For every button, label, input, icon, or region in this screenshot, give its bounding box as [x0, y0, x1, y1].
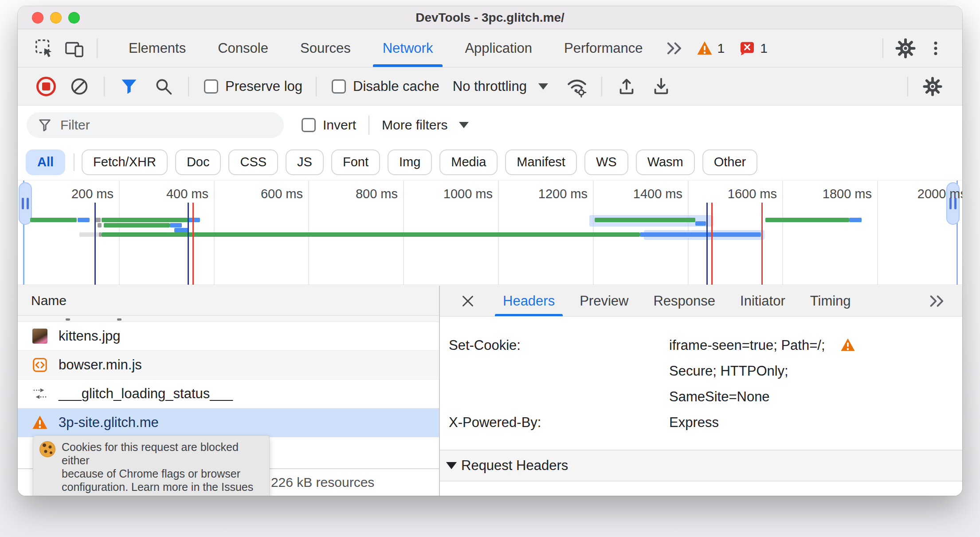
header-value-line: Express — [669, 410, 962, 435]
chip-js[interactable]: JS — [286, 149, 324, 175]
timeline-tick-label: 400 ms — [113, 187, 208, 201]
tab-performance[interactable]: Performance — [548, 29, 659, 67]
header-value-text: Secure; HTTPOnly; — [669, 358, 788, 384]
filter-funnel-icon[interactable] — [118, 75, 140, 98]
name-column-header[interactable]: Name — [18, 286, 439, 316]
tooltip-text-line: because of Chrome flags or browser — [62, 467, 261, 480]
disable-cache-checkbox[interactable] — [332, 79, 346, 94]
tab-network[interactable]: Network — [367, 29, 449, 67]
load-event-line — [761, 203, 763, 285]
network-toolbar: Preserve log Disable cache No throttling — [18, 67, 962, 106]
header-value: iframe-seen=true; Path=/;Secure; HTTPOnl… — [669, 333, 962, 410]
request-row-3p-site-glitch-me[interactable]: 3p-site.glitch.me — [18, 408, 439, 437]
chip-img[interactable]: Img — [388, 149, 432, 175]
filter-input[interactable] — [60, 118, 247, 133]
invert-checkbox[interactable] — [302, 118, 316, 132]
waterfall-segment — [102, 232, 640, 237]
close-window-button[interactable] — [32, 12, 43, 24]
chip-media[interactable]: Media — [439, 149, 498, 175]
waterfall-segment — [170, 223, 182, 227]
request-details-panel: HeadersPreviewResponseInitiatorTiming Se… — [439, 286, 962, 496]
divider — [368, 115, 369, 135]
chip-ws[interactable]: WS — [584, 149, 628, 175]
timeline-tick-label: 2000 ms — [871, 187, 962, 201]
divider — [601, 77, 602, 96]
more-detail-tabs-icon[interactable] — [924, 292, 949, 310]
detail-tab-initiator[interactable]: Initiator — [728, 286, 798, 316]
detail-tab-response[interactable]: Response — [641, 286, 728, 316]
import-har-icon[interactable] — [615, 75, 638, 98]
waterfall-segment — [98, 223, 102, 227]
status-item-226-kb-resources: 226 kB resources — [271, 475, 374, 490]
response-header-x-powered-by: X-Powered-By:Express — [440, 410, 962, 435]
waterfall-segment — [78, 218, 90, 222]
filter-pill[interactable] — [27, 112, 284, 138]
tab-application[interactable]: Application — [449, 29, 548, 67]
more-tabs-icon[interactable] — [663, 38, 685, 59]
request-row-kittens-jpg[interactable]: kittens.jpg — [18, 322, 439, 351]
waterfall-segment — [849, 218, 862, 222]
device-toolbar-icon[interactable] — [64, 38, 85, 59]
disable-cache-label: Disable cache — [353, 78, 439, 94]
request-row-bowser-min-js[interactable]: bowser.min.js — [18, 351, 439, 380]
detail-tab-timing[interactable]: Timing — [798, 286, 863, 316]
network-overview[interactable]: 200 ms400 ms600 ms800 ms1000 ms1200 ms14… — [18, 180, 962, 285]
request-headers-section[interactable]: Request Headers — [440, 450, 962, 482]
record-network-log-button[interactable] — [36, 77, 56, 96]
chip-doc[interactable]: Doc — [175, 149, 221, 175]
chip-font[interactable]: Font — [331, 149, 380, 175]
preserve-log-checkbox[interactable] — [204, 79, 218, 94]
timeline-tick-label: 1800 ms — [776, 187, 872, 201]
header-value-text: Express — [669, 410, 719, 435]
network-conditions-icon[interactable] — [566, 75, 588, 98]
tab-sources[interactable]: Sources — [284, 29, 367, 67]
chip-css[interactable]: CSS — [228, 149, 278, 175]
cookie-blocked-tooltip: Cookies for this request are blocked eit… — [33, 435, 270, 496]
cookie-icon — [39, 441, 55, 457]
divider — [882, 39, 883, 58]
filter-row: Invert More filters — [18, 106, 962, 144]
more-filters-dropdown[interactable]: More filters — [382, 118, 469, 133]
errors-badge[interactable]: 1 — [739, 40, 768, 56]
tab-console[interactable]: Console — [202, 29, 284, 67]
chip-other[interactable]: Other — [702, 149, 758, 175]
titlebar: DevTools - 3pc.glitch.me/ — [18, 6, 962, 29]
kebab-menu-icon[interactable] — [925, 38, 946, 59]
request-row-glitch-loading-status[interactable]: ___glitch_loading_status___ — [18, 380, 439, 408]
chip-fetch-xhr[interactable]: Fetch/XHR — [82, 149, 168, 175]
request-name: bowser.min.js — [59, 357, 142, 373]
divider — [74, 153, 74, 171]
detail-tab-preview[interactable]: Preview — [567, 286, 641, 316]
detail-tab-headers[interactable]: Headers — [490, 286, 567, 316]
export-har-icon[interactable] — [650, 75, 672, 98]
chip-all[interactable]: All — [26, 149, 65, 175]
close-details-icon[interactable] — [458, 291, 478, 311]
network-settings-gear-icon[interactable] — [921, 75, 944, 98]
chip-manifest[interactable]: Manifest — [505, 149, 577, 175]
warning-count: 1 — [717, 41, 725, 56]
search-icon[interactable] — [153, 75, 175, 98]
load-event-line — [711, 203, 713, 285]
throttling-dropdown[interactable]: No throttling — [453, 78, 548, 94]
inspect-element-icon[interactable] — [34, 38, 55, 59]
zoom-window-button[interactable] — [68, 12, 80, 24]
header-value: Express — [669, 410, 962, 435]
request-header-authority: :authority:3p-site.glitch.me — [440, 490, 962, 496]
details-tabbar: HeadersPreviewResponseInitiatorTiming — [440, 286, 962, 317]
timeline-tick-label: 200 ms — [18, 187, 114, 201]
chip-wasm[interactable]: Wasm — [636, 149, 695, 175]
timeline-tick-label: 1400 ms — [587, 187, 682, 201]
minimize-window-button[interactable] — [50, 12, 62, 24]
warnings-badge[interactable]: 1 — [696, 40, 725, 56]
partial-request-row[interactable] — [18, 316, 439, 322]
more-filters-label: More filters — [382, 118, 447, 133]
tooltip-text-line: Cookies for this request are blocked eit… — [62, 440, 261, 467]
settings-gear-icon[interactable] — [895, 38, 916, 59]
request-name: 3p-site.glitch.me — [59, 415, 159, 431]
clear-network-log-icon[interactable] — [68, 75, 90, 98]
load-event-line — [192, 203, 194, 285]
response-header-set-cookie: Set-Cookie:iframe-seen=true; Path=/;Secu… — [440, 333, 962, 410]
tab-elements[interactable]: Elements — [113, 29, 202, 67]
cookie-warning-icon[interactable] — [839, 337, 857, 353]
waterfall-segment — [765, 218, 849, 222]
